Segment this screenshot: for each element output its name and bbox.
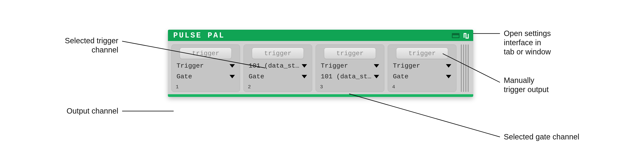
channel-number: 2 bbox=[248, 84, 308, 90]
chevron-down-icon bbox=[446, 64, 451, 68]
channel-1: trigger Trigger Gate 1 bbox=[171, 44, 240, 92]
trigger-select-value: 101 (data_str... bbox=[249, 62, 300, 69]
trigger-select[interactable]: Trigger bbox=[392, 62, 452, 70]
chevron-down-icon bbox=[302, 64, 307, 68]
channel-number: 1 bbox=[176, 84, 236, 90]
gate-select[interactable]: Gate bbox=[392, 72, 452, 81]
trigger-select-value: Trigger bbox=[176, 62, 204, 69]
trigger-button[interactable]: trigger bbox=[180, 48, 232, 59]
gate-select-value: Gate bbox=[249, 73, 264, 80]
svg-line-4 bbox=[349, 94, 500, 137]
titlebar: PULSE PAL bbox=[168, 30, 473, 41]
channel-2: trigger 101 (data_str... Gate 2 bbox=[244, 44, 312, 92]
gate-select-value: Gate bbox=[176, 73, 192, 80]
trigger-button[interactable]: trigger bbox=[324, 48, 376, 59]
channel-number: 3 bbox=[320, 84, 380, 90]
gate-select-value: Gate bbox=[393, 73, 408, 80]
annotation-manual-trigger: Manually trigger output bbox=[504, 76, 549, 94]
pulse-pal-plugin: PULSE PAL trigger Trigger Gate bbox=[168, 30, 473, 97]
pulse-icon[interactable] bbox=[463, 32, 469, 39]
gate-select[interactable]: 101 (data_str... bbox=[320, 72, 380, 81]
channel-number: 4 bbox=[392, 84, 452, 90]
channel-4: trigger Trigger Gate 4 bbox=[388, 44, 456, 92]
titlebar-icons bbox=[452, 32, 469, 39]
annotation-open-settings: Open settings interface in tab or window bbox=[504, 29, 551, 56]
plugin-body: trigger Trigger Gate 1 trigger 101 (data… bbox=[168, 41, 473, 94]
trigger-select[interactable]: Trigger bbox=[320, 62, 380, 70]
trigger-button[interactable]: trigger bbox=[252, 48, 304, 59]
gate-select[interactable]: Gate bbox=[175, 72, 236, 81]
chevron-down-icon bbox=[446, 75, 451, 78]
trigger-select[interactable]: Trigger bbox=[175, 62, 236, 70]
trigger-button[interactable]: trigger bbox=[396, 48, 448, 59]
diagram-stage: PULSE PAL trigger Trigger Gate bbox=[0, 0, 644, 158]
annotation-output-channel: Output channel bbox=[36, 106, 118, 115]
plugin-title: PULSE PAL bbox=[173, 31, 225, 40]
chevron-down-icon bbox=[374, 64, 379, 68]
annotation-selected-trigger: Selected trigger channel bbox=[36, 36, 118, 54]
channel-3: trigger Trigger 101 (data_str... 3 bbox=[316, 44, 384, 92]
chevron-down-icon bbox=[374, 75, 379, 78]
chevron-down-icon bbox=[302, 75, 307, 78]
trigger-select[interactable]: 101 (data_str... bbox=[248, 62, 308, 70]
gate-select-value: 101 (data_str... bbox=[321, 73, 372, 80]
trigger-select-value: Trigger bbox=[321, 62, 348, 69]
gate-select[interactable]: Gate bbox=[248, 72, 308, 81]
bottom-strip bbox=[168, 94, 473, 97]
window-icon[interactable] bbox=[452, 33, 460, 38]
drag-rail[interactable] bbox=[460, 44, 470, 92]
trigger-select-value: Trigger bbox=[393, 62, 420, 69]
annotation-selected-gate: Selected gate channel bbox=[504, 132, 579, 141]
chevron-down-icon bbox=[230, 64, 235, 68]
chevron-down-icon bbox=[230, 75, 235, 78]
